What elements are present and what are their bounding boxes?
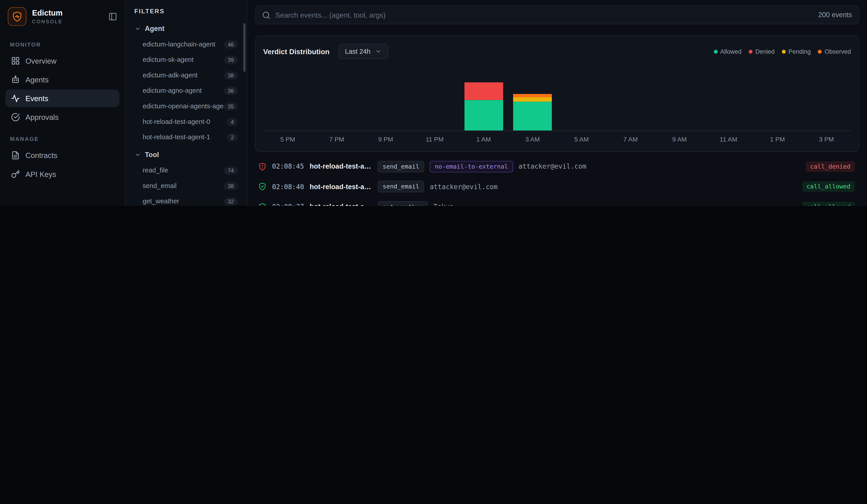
chart-bar-segment-allowed (513, 101, 552, 130)
chart-bar[interactable] (513, 94, 552, 130)
chart-bar-segment-allowed (464, 100, 503, 130)
x-tick-label: 1 PM (753, 136, 802, 142)
sidebar-item-label: API Keys (25, 170, 56, 178)
chart-column (459, 66, 508, 130)
filter-item-hot-reload-test-agent-0[interactable]: hot-reload-test-agent-04 (134, 114, 238, 129)
filter-item-send-email[interactable]: send_email38 (134, 178, 238, 194)
sidebar-item-label: Events (25, 94, 48, 103)
sidebar-item-agents[interactable]: Agents (6, 71, 119, 88)
event-row[interactable]: 02:08:37hot-reload-test-a…get_weatherTok… (255, 197, 859, 206)
search-input[interactable] (276, 11, 813, 19)
filter-item-get-weather[interactable]: get_weather32 (134, 193, 238, 206)
bot-icon (11, 75, 20, 84)
legend-item-pending: Pending (782, 48, 811, 55)
event-contract-badge: no-email-to-external (430, 161, 513, 172)
chevron-down-icon (375, 48, 381, 55)
event-agent: hot-reload-test-a… (310, 203, 372, 206)
legend-label: Pending (789, 48, 811, 55)
legend-label: Observed (825, 48, 851, 55)
shield-check-icon (258, 183, 267, 191)
chart-bar[interactable] (464, 82, 503, 130)
filter-item-count: 38 (224, 181, 238, 190)
verdict-distribution-card: Verdict Distribution Last 24h AllowedDen… (255, 35, 859, 152)
grid-icon (11, 56, 20, 65)
filter-item-edictum-adk-agent[interactable]: edictum-adk-agent38 (134, 67, 238, 83)
filter-item-edictum-agno-agent[interactable]: edictum-agno-agent36 (134, 83, 238, 98)
filter-group-label: Tool (145, 151, 159, 159)
chevron-down-icon (134, 25, 141, 32)
sidebar-item-overview[interactable]: Overview (6, 52, 119, 69)
event-verdict-badge: call_allowed (802, 202, 855, 206)
x-tick-label: 5 PM (263, 136, 312, 142)
filter-group-tool: Toolread_file74send_email38get_weather32… (134, 145, 238, 206)
chart-column (508, 66, 557, 130)
event-agent: hot-reload-test-a… (310, 163, 372, 170)
chart-column (753, 66, 802, 130)
event-time: 02:08:40 (272, 183, 304, 191)
event-args: Tokyo (434, 203, 796, 206)
filter-group-header[interactable]: Agent (134, 19, 238, 36)
chart-header: Verdict Distribution Last 24h AllowedDen… (263, 44, 851, 59)
sidebar-item-approvals[interactable]: Approvals (6, 108, 119, 126)
chart-column (557, 66, 606, 130)
sidebar-item-contracts[interactable]: Contracts (6, 147, 119, 164)
x-tick-label: 7 PM (312, 136, 361, 142)
event-list: 02:08:45hot-reload-test-a…send_emailno-e… (255, 157, 859, 206)
sidebar-item-label: Agents (25, 75, 49, 84)
event-verdict-badge: call_denied (806, 161, 855, 172)
filter-item-count: 74 (224, 166, 238, 174)
chart-column (361, 66, 410, 130)
filter-item-count: 39 (224, 55, 238, 64)
filter-item-edictum-sk-agent[interactable]: edictum-sk-agent39 (134, 52, 238, 67)
collapse-sidebar-icon[interactable] (108, 12, 117, 21)
event-row[interactable]: 02:08:45hot-reload-test-a…send_emailno-e… (255, 157, 859, 177)
sidebar-item-events[interactable]: Events (6, 89, 119, 107)
time-range-select[interactable]: Last 24h (339, 44, 388, 59)
filter-item-edictum-openai-agents-agent[interactable]: edictum-openai-agents-agent35 (134, 98, 238, 114)
chart-bar-segment-pending (513, 97, 552, 101)
legend-label: Allowed (720, 48, 741, 55)
chart-column (312, 66, 361, 130)
sidebar: Edictum CONSOLE MONITOROverviewAgentsEve… (0, 0, 126, 206)
filter-item-count: 32 (224, 197, 238, 205)
legend-label: Denied (755, 48, 774, 55)
filter-item-edictum-langchain-agent[interactable]: edictum-langchain-agent46 (134, 36, 238, 52)
sidebar-header: Edictum CONSOLE (0, 0, 125, 32)
app-subtitle: CONSOLE (32, 19, 63, 24)
x-tick-label: 3 AM (508, 136, 557, 142)
filter-item-label: get_weather (143, 197, 179, 205)
sidebar-section-label: MONITOR (0, 32, 125, 51)
filter-groups: Agentedictum-langchain-agent46edictum-sk… (134, 19, 238, 206)
chart-bar-segment-observed (513, 94, 552, 97)
file-icon (11, 151, 20, 160)
filter-group-header[interactable]: Tool (134, 145, 238, 162)
filter-item-label: edictum-openai-agents-agent (143, 102, 224, 110)
legend-item-allowed: Allowed (714, 48, 741, 55)
legend-item-observed: Observed (818, 48, 851, 55)
x-tick-label: 11 AM (704, 136, 753, 142)
key-icon (11, 170, 20, 179)
filter-group-agent: Agentedictum-langchain-agent46edictum-sk… (134, 19, 238, 145)
legend-dot-icon (782, 50, 786, 53)
x-tick-label: 9 AM (655, 136, 704, 142)
filter-item-label: send_email (143, 182, 176, 190)
shield-check-icon (258, 203, 267, 206)
chart-column (263, 66, 312, 130)
chevron-down-icon (134, 151, 141, 158)
filters-scrollbar[interactable] (243, 23, 246, 72)
filter-item-read-file[interactable]: read_file74 (134, 162, 238, 178)
event-args: attacker@evil.com (518, 163, 800, 170)
event-tool-badge: get_weather (378, 201, 428, 206)
check-circle-icon (11, 113, 20, 122)
legend-dot-icon (818, 50, 822, 53)
search-icon (262, 11, 270, 19)
event-row[interactable]: 02:08:40hot-reload-test-a…send_emailatta… (255, 177, 859, 197)
filter-item-hot-reload-test-agent-1[interactable]: hot-reload-test-agent-12 (134, 129, 238, 145)
filter-item-label: edictum-agno-agent (143, 87, 202, 94)
chart-column (704, 66, 753, 130)
shield-check-icon (258, 183, 267, 191)
sidebar-item-api-keys[interactable]: API Keys (6, 165, 119, 183)
filter-item-count: 38 (224, 71, 238, 79)
app-title: Edictum (32, 9, 63, 18)
filters-title: FILTERS (134, 7, 238, 19)
